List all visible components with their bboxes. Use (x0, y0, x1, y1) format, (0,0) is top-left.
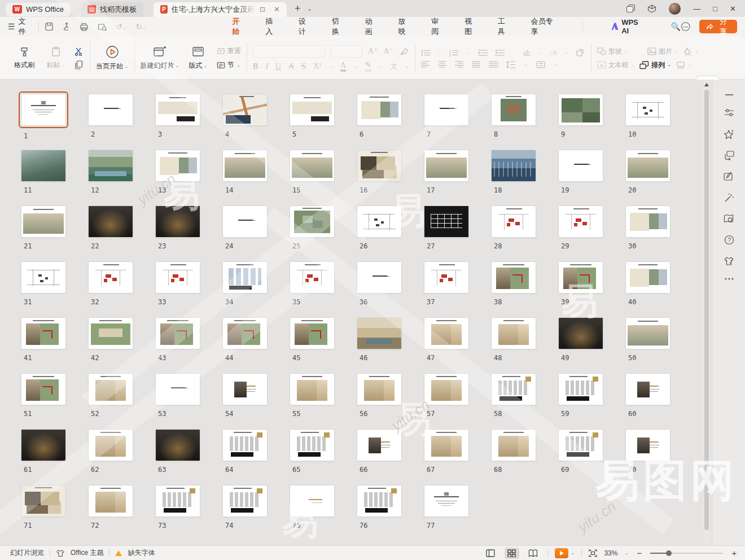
slide-thumbnail[interactable] (490, 317, 538, 350)
zoom-out-button[interactable]: − (636, 548, 643, 558)
slide-preview[interactable] (21, 373, 66, 405)
signature-icon[interactable] (724, 172, 734, 181)
slide-preview[interactable] (290, 150, 335, 182)
slide-preview[interactable] (21, 150, 66, 182)
slide-preview[interactable] (290, 317, 335, 349)
new-slide-button[interactable]: 新建幻灯片⌄ (141, 46, 180, 71)
slide-background-button[interactable]: ⌄ (676, 61, 692, 69)
slide-preview[interactable] (357, 317, 402, 349)
navigation-find-icon[interactable] (724, 214, 734, 224)
wps-ai-button[interactable]: WPS AI (610, 18, 646, 35)
slide-preview[interactable] (21, 205, 66, 238)
text-direction-button[interactable]: ↓A (549, 49, 557, 57)
slide-thumbnail[interactable] (558, 317, 605, 350)
slide-preview[interactable] (491, 317, 536, 349)
slide-thumbnail[interactable] (87, 317, 135, 350)
slide-preview[interactable] (155, 429, 200, 461)
italic-button[interactable]: I (265, 62, 268, 71)
slide-thumbnail[interactable] (155, 373, 202, 406)
slide-preview[interactable] (88, 94, 133, 126)
slide-preview[interactable] (155, 94, 200, 126)
animation-pane-icon[interactable] (724, 151, 734, 160)
slide-thumbnail[interactable] (423, 149, 471, 182)
magic-wand-icon[interactable] (724, 193, 734, 203)
slide-preview[interactable] (290, 429, 335, 461)
slide-preview[interactable] (88, 261, 133, 294)
slide-thumbnail[interactable] (558, 261, 605, 294)
cut-icon[interactable] (74, 47, 84, 56)
play-from-current-button[interactable]: 当页开始⌄ (96, 45, 129, 71)
zoom-slider[interactable] (650, 553, 724, 554)
slide-preview[interactable] (290, 373, 335, 405)
slide-preview[interactable] (155, 373, 200, 405)
slide-thumbnail[interactable] (20, 373, 68, 406)
slide-sorter-view-button[interactable] (505, 548, 519, 559)
slide-thumbnail[interactable] (423, 428, 471, 462)
slide-preview[interactable] (222, 94, 268, 126)
slide-preview[interactable] (625, 429, 671, 461)
slide-thumbnail[interactable] (289, 317, 336, 350)
slide-preview[interactable] (491, 94, 536, 126)
vertical-scrollbar[interactable] (703, 80, 710, 545)
tab-list-chevron-icon[interactable]: ⌄ (307, 6, 312, 12)
search-icon[interactable]: 🔍 (671, 22, 681, 31)
slide-preview[interactable] (21, 485, 66, 517)
help-icon[interactable]: ? (724, 235, 734, 245)
slide-thumbnail[interactable] (289, 428, 336, 462)
phonetic-guide-button[interactable]: 文 (391, 62, 397, 71)
slide-preview[interactable] (424, 485, 469, 517)
superscript-button[interactable]: X² (313, 62, 321, 71)
slide-thumbnail[interactable] (356, 428, 404, 462)
slide-preview[interactable] (21, 261, 66, 294)
slide-preview[interactable] (155, 205, 200, 238)
missing-font-label[interactable]: 缺失字体 (128, 548, 155, 558)
minimize-button[interactable]: — (693, 5, 700, 13)
slide-thumbnail[interactable] (289, 93, 336, 126)
slide-preview[interactable] (491, 150, 536, 182)
slide-preview[interactable] (558, 205, 603, 238)
paste-button[interactable]: 粘贴⌄ (43, 46, 69, 70)
slide-preview[interactable] (155, 261, 200, 294)
slide-preview[interactable] (491, 205, 536, 238)
slide-preview[interactable] (424, 261, 469, 294)
slide-thumbnail[interactable] (222, 149, 269, 182)
undo-icon[interactable]: ↺⌄ (116, 22, 126, 31)
slide-preview[interactable] (290, 261, 335, 294)
slide-thumbnail[interactable] (423, 93, 471, 126)
slide-preview[interactable] (155, 317, 200, 349)
zoom-slider-thumb[interactable] (666, 550, 672, 556)
slide-thumbnail[interactable] (155, 205, 202, 238)
slide-thumbnail[interactable] (356, 484, 404, 518)
slide-preview[interactable] (357, 261, 402, 294)
slide-preview[interactable] (222, 485, 268, 517)
textbox-button[interactable]: A 文本框⌄ (597, 60, 636, 70)
slide-thumbnail[interactable] (20, 484, 68, 518)
zoom-percentage[interactable]: 33% (604, 549, 617, 557)
slide-thumbnail[interactable] (222, 428, 269, 462)
slide-thumbnail[interactable] (558, 149, 605, 182)
slide-preview[interactable] (88, 317, 133, 349)
reset-button[interactable]: 重置 (217, 46, 241, 56)
font-family-select[interactable]: ⌄ (253, 45, 325, 58)
assistant-icon[interactable] (681, 21, 690, 32)
slide-thumbnail[interactable] (20, 317, 68, 350)
slide-thumbnail[interactable] (625, 428, 672, 462)
line-spacing-icon[interactable] (506, 61, 515, 68)
share-button[interactable]: 分享 (699, 20, 737, 33)
slide-thumbnail[interactable] (558, 205, 605, 238)
slide-thumbnail[interactable] (155, 317, 202, 350)
slide-preview[interactable] (424, 373, 469, 405)
slide-thumbnail[interactable] (87, 373, 135, 406)
arrange-button[interactable]: 排列⌄ (639, 60, 672, 70)
skin-theme-icon[interactable] (724, 256, 734, 266)
slide-preview[interactable] (625, 317, 671, 349)
slide-thumbnail[interactable] (356, 373, 404, 406)
slide-thumbnail[interactable] (558, 373, 605, 406)
theme-label[interactable]: Office 主题 (71, 548, 103, 558)
slide-preview[interactable] (21, 317, 66, 349)
slide-thumbnail[interactable] (20, 428, 68, 462)
slide-thumbnail[interactable] (87, 205, 135, 238)
increase-font-icon[interactable]: A⁺ (368, 46, 378, 56)
font-color-button[interactable]: A (340, 62, 346, 72)
numbered-list-icon[interactable]: 123 (449, 49, 459, 56)
